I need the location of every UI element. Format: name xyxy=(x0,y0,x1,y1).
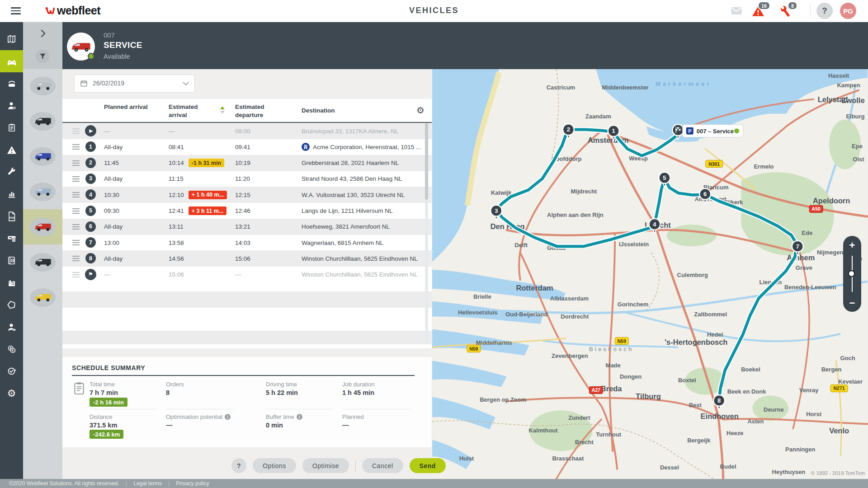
vehicle-thumbnail[interactable] xyxy=(23,139,62,174)
vehicle-thumbnail[interactable] xyxy=(23,68,62,103)
summary-delta-badge: -2 h 16 min xyxy=(90,398,127,407)
avatar[interactable]: PG xyxy=(840,3,856,19)
sidebar-item-devices[interactable] xyxy=(0,72,23,94)
collapse-panel-icon[interactable] xyxy=(38,28,48,39)
table-row[interactable]: 410:3012:10+ 1 h 40 m...12:15W.A. Vultos… xyxy=(62,187,432,203)
sidebar-item-settings[interactable]: ⚙ xyxy=(0,382,23,404)
zoom-out-button[interactable]: − xyxy=(843,297,861,309)
sidebar-item-map[interactable] xyxy=(0,28,23,50)
scrollbar-thumb[interactable] xyxy=(425,123,428,200)
table-row[interactable]: 509:3012:41+ 3 h 11 m...12:46Langs de Li… xyxy=(62,203,432,219)
alerts-icon[interactable]: 16 xyxy=(751,5,765,18)
sidebar-item-company[interactable] xyxy=(0,272,23,294)
sidebar-item-logbook[interactable] xyxy=(0,249,23,272)
sidebar-item-hardware[interactable] xyxy=(0,227,23,249)
optimise-button[interactable]: Optimise xyxy=(302,458,349,473)
estimated-departure: — xyxy=(235,267,241,283)
drag-handle-icon[interactable] xyxy=(72,163,80,164)
messages-icon[interactable] xyxy=(730,5,744,18)
drag-handle-icon[interactable] xyxy=(72,274,80,275)
sidebar-item-alerts[interactable] xyxy=(0,139,23,161)
schedule-help-button[interactable]: ? xyxy=(231,458,246,473)
vehicle-thumbnail[interactable] xyxy=(23,280,62,315)
sidebar-item-costs[interactable]: $€ xyxy=(0,338,23,360)
list-scrollbar[interactable] xyxy=(425,123,428,344)
tooltip-vehicle-label: 007 – Service xyxy=(697,128,734,135)
service-icon[interactable]: 8 xyxy=(778,5,792,18)
sidebar-item-compliance[interactable] xyxy=(0,360,23,382)
sidebar-item-reports[interactable] xyxy=(0,183,23,205)
estimated-arrival: 13:11 xyxy=(169,219,184,235)
sidebar-item-vehicles[interactable] xyxy=(0,50,23,72)
destination: Acme Corporation, Herenstraat, 1015 ... xyxy=(302,139,421,155)
map-city-label: Venray xyxy=(799,387,819,394)
table-settings-gear-icon[interactable]: ⚙ xyxy=(416,105,425,116)
vehicle-thumbnail[interactable] xyxy=(23,103,62,139)
vehicle-status: Available xyxy=(104,53,130,60)
send-button[interactable]: Send xyxy=(410,458,446,473)
map-zoom-control[interactable]: + − xyxy=(843,236,861,312)
map[interactable]: CastricumMiddenbeemsterHasseltKampenLely… xyxy=(432,69,868,479)
sort-indicator[interactable] xyxy=(220,106,225,114)
drag-handle-icon[interactable] xyxy=(72,226,80,227)
zoom-in-button[interactable]: + xyxy=(843,239,861,251)
vehicle-thumbnail[interactable] xyxy=(23,244,62,280)
top-bar: webfleet VEHICLES 16 8 ? PG xyxy=(0,0,868,22)
table-row[interactable]: 8All-day14:5615:06Winston Churchilllaan,… xyxy=(62,250,432,267)
vehicle-thumbnail-selected[interactable] xyxy=(23,209,62,244)
map-city-label: Eindhoven xyxy=(701,412,739,420)
vehicle-map-tooltip[interactable]: P007 – Service xyxy=(683,125,743,137)
drag-handle-icon[interactable] xyxy=(72,211,80,211)
table-row[interactable]: 1All-day08:4109:41Acme Corporation, Here… xyxy=(62,139,432,155)
col-estimated-arrival[interactable]: Estimated arrival xyxy=(169,103,212,119)
zoom-slider-knob[interactable] xyxy=(848,270,855,277)
calendar-icon xyxy=(80,80,88,87)
schedule-panel: 26/02/2019 Planned arrival Estimated arr… xyxy=(62,69,432,479)
table-row[interactable]: 211:4510:14-1 h 31 min10:19Grebberstraat… xyxy=(62,155,432,171)
summary-value: — xyxy=(342,422,349,429)
info-icon[interactable]: i xyxy=(297,414,302,420)
map-city-label: Zaltbommel xyxy=(694,311,727,318)
sidebar-item-service[interactable] xyxy=(0,161,23,183)
drag-handle-icon[interactable] xyxy=(72,194,80,195)
table-row[interactable]: 6All-day13:1113:21Hoefseweg, 3821 Amersf… xyxy=(62,219,432,235)
options-button[interactable]: Options xyxy=(253,458,296,473)
sidebar-item-pdf-reports[interactable]: PDF xyxy=(0,205,23,227)
svg-text:8: 8 xyxy=(717,397,721,404)
sidebar-item-areas[interactable] xyxy=(0,294,23,316)
info-icon[interactable]: i xyxy=(225,414,231,420)
map-city-label: Nijmegen xyxy=(817,249,843,256)
drag-handle-icon[interactable] xyxy=(72,178,80,179)
vehicle-thumbnail[interactable] xyxy=(23,174,62,209)
summary-separator xyxy=(266,409,334,409)
table-row[interactable]: ⚑—15:06—Winston Churchilllaan, 5625 Eind… xyxy=(62,267,432,283)
sidebar-item-users[interactable] xyxy=(0,316,23,338)
col-planned-arrival[interactable]: Planned arrival xyxy=(104,103,158,111)
filter-icon[interactable] xyxy=(36,49,50,63)
road-badge: N59 xyxy=(467,345,481,352)
col-destination[interactable]: Destination xyxy=(302,107,356,115)
table-row[interactable]: 3All-day11:1511:20Strand Noord 43, 2586 … xyxy=(62,171,432,187)
col-estimated-departure[interactable]: Estimated departure xyxy=(235,103,289,119)
summary-title: SCHEDULE SUMMARY xyxy=(72,364,145,371)
map-city-label: IJsselstein xyxy=(619,241,649,248)
svg-text:PDF: PDF xyxy=(9,216,15,219)
table-row[interactable]: ▶——08:00Bruinvispad 33, 1317KA Almere, N… xyxy=(62,123,432,139)
date-picker[interactable]: 26/02/2019 xyxy=(74,75,195,93)
sidebar-item-orders[interactable] xyxy=(0,117,23,139)
table-row[interactable]: 713:0013:5814:03Wagnerlaan, 6815 Arnhem … xyxy=(62,235,432,251)
summary-separator xyxy=(342,409,410,409)
sidebar-item-drivers[interactable] xyxy=(0,94,23,117)
help-button[interactable]: ? xyxy=(816,3,833,19)
drag-handle-icon[interactable] xyxy=(72,146,80,147)
legal-terms-link[interactable]: Legal terms xyxy=(133,480,162,487)
drag-handle-icon[interactable] xyxy=(72,258,80,259)
drag-handle-icon[interactable] xyxy=(72,242,80,243)
cancel-button[interactable]: Cancel xyxy=(362,458,403,473)
road-badge: N59 xyxy=(615,338,628,345)
map-city-label: Kampen xyxy=(837,82,860,89)
stop-number-badge: 2 xyxy=(85,158,96,168)
privacy-policy-link[interactable]: Privacy policy xyxy=(176,480,209,487)
estimated-departure: 12:15 xyxy=(235,187,250,203)
drag-handle-icon[interactable] xyxy=(72,131,80,131)
